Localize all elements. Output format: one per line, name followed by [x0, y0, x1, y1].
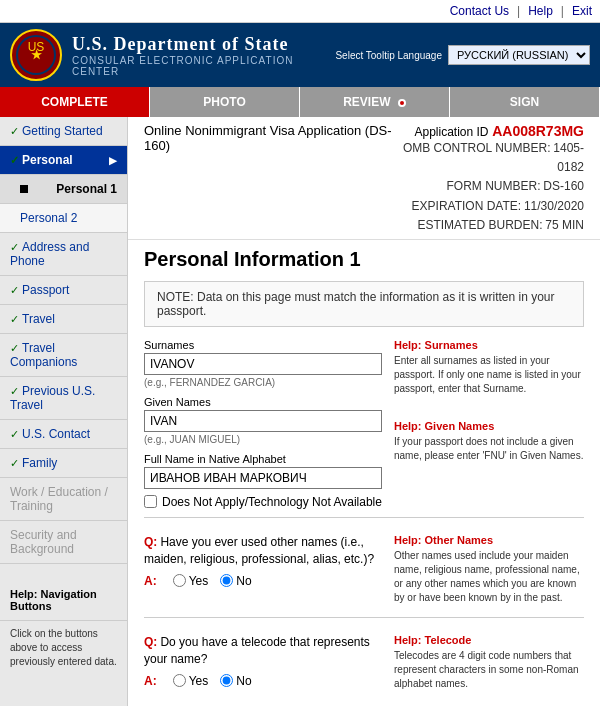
- other-names-help: Help: Other Names Other names used inclu…: [394, 534, 584, 605]
- sidebar-item-passport[interactable]: ✓Passport: [0, 276, 127, 305]
- telecode-question: Q: Do you have a telecode that represent…: [144, 634, 382, 668]
- separator1: |: [517, 4, 520, 18]
- given-names-example: (e.g., JUAN MIGUEL): [144, 434, 382, 445]
- other-names-section: Q: Have you ever used other names (i.e.,…: [144, 526, 584, 605]
- app-id-value: AA008R73MG: [492, 123, 584, 139]
- content-area: ✓Getting Started ✓Personal ▶ Personal 1 …: [0, 117, 600, 706]
- other-names-help-text: Other names used include your maiden nam…: [394, 549, 584, 605]
- page-title-area: Personal Information 1: [128, 240, 600, 275]
- sidebar-item-travel[interactable]: ✓Travel: [0, 305, 127, 334]
- note-text: NOTE: Data on this page must match the i…: [157, 290, 555, 318]
- surnames-example: (e.g., FERNANDEZ GARCIA): [144, 377, 382, 388]
- language-select[interactable]: РУССКИЙ (RUSSIAN): [448, 45, 590, 65]
- divider-1: [144, 517, 584, 518]
- sidebar-item-us-contact[interactable]: ✓U.S. Contact: [0, 420, 127, 449]
- surnames-help-text: Enter all surnames as listed in your pas…: [394, 354, 584, 396]
- sidebar-item-address-phone[interactable]: ✓Address and Phone: [0, 233, 127, 276]
- native-name-label: Full Name in Native Alphabet: [144, 453, 382, 465]
- svg-text:US: US: [28, 40, 45, 54]
- contact-us-link[interactable]: Contact Us: [450, 4, 509, 18]
- given-names-input[interactable]: [144, 410, 382, 432]
- app-title: Online Nonimmigrant Visa Application (DS…: [144, 123, 394, 153]
- q2-label: Q:: [144, 635, 157, 649]
- given-names-help-title: Help: Given Names: [394, 420, 584, 432]
- app-id-row: Application ID AA008R73MG: [394, 123, 584, 139]
- sidebar-item-prev-us-travel[interactable]: ✓Previous U.S. Travel: [0, 377, 127, 420]
- sidebar-item-travel-companions[interactable]: ✓Travel Companions: [0, 334, 127, 377]
- telecode-no[interactable]: No: [220, 674, 251, 688]
- surnames-help-title: Help: Surnames: [394, 339, 584, 351]
- personal-arrow: ▶: [109, 155, 117, 166]
- telecode-help: Help: Telecode Telecodes are 4 digit cod…: [394, 634, 584, 691]
- omb-info: OMB CONTROL NUMBER: 1405-0182 FORM NUMBE…: [394, 139, 584, 235]
- tab-review[interactable]: REVIEW: [300, 87, 450, 117]
- sidebar-item-getting-started[interactable]: ✓Getting Started: [0, 117, 127, 146]
- other-names-yes[interactable]: Yes: [173, 574, 209, 588]
- header-subtitle: Consular Electronic Application Center: [72, 55, 335, 77]
- not-apply-checkbox[interactable]: [144, 495, 157, 508]
- sidebar-help-title: Help: Navigation Buttons: [0, 580, 127, 621]
- a1-label: A:: [144, 574, 157, 588]
- telecode-answer: A: Yes No: [144, 674, 382, 688]
- header-title: U.S. Department of State: [72, 34, 335, 55]
- sidebar-item-personal-2[interactable]: Personal 2: [0, 204, 127, 233]
- not-apply-row: Does Not Apply/Technology Not Available: [144, 495, 382, 509]
- sidebar-item-work-edu: Work / Education / Training: [0, 478, 127, 521]
- divider-2: [144, 617, 584, 618]
- tab-sign[interactable]: SIGN: [450, 87, 600, 117]
- given-names-help: Help: Given Names If your passport does …: [394, 420, 584, 463]
- telecode-section: Q: Do you have a telecode that represent…: [144, 626, 584, 691]
- us-seal-icon: ★ US: [10, 29, 62, 81]
- not-apply-label: Does Not Apply/Technology Not Available: [162, 495, 382, 509]
- given-names-label: Given Names: [144, 396, 382, 408]
- sidebar-item-personal-1[interactable]: Personal 1: [0, 175, 127, 204]
- other-names-no[interactable]: No: [220, 574, 251, 588]
- sidebar-help-text: Click on the buttons above to access pre…: [0, 621, 127, 675]
- form-area: NOTE: Data on this page must match the i…: [128, 275, 600, 706]
- a2-label: A:: [144, 674, 157, 688]
- native-name-input[interactable]: [144, 467, 382, 489]
- other-names-answer: A: Yes No: [144, 574, 382, 588]
- sidebar-item-security: Security and Background: [0, 521, 127, 564]
- header: ★ US U.S. Department of State Consular E…: [0, 23, 600, 87]
- language-selector-area: Select Tooltip Language РУССКИЙ (RUSSIAN…: [335, 45, 590, 65]
- telecode-help-title: Help: Telecode: [394, 634, 584, 646]
- telecode-yes[interactable]: Yes: [173, 674, 209, 688]
- tab-photo[interactable]: PHOTO: [150, 87, 300, 117]
- review-dot: [398, 99, 406, 107]
- surnames-input[interactable]: [144, 353, 382, 375]
- sidebar-item-family[interactable]: ✓Family: [0, 449, 127, 478]
- select-lang-label: Select Tooltip Language: [335, 50, 442, 61]
- page-title: Personal Information 1: [144, 248, 361, 271]
- other-names-help-title: Help: Other Names: [394, 534, 584, 546]
- surnames-label: Surnames: [144, 339, 382, 351]
- telecode-help-text: Telecodes are 4 digit code numbers that …: [394, 649, 584, 691]
- native-name-group: Full Name in Native Alphabet Does Not Ap…: [144, 453, 382, 509]
- main-content: Online Nonimmigrant Visa Application (DS…: [128, 117, 600, 706]
- surnames-left: Surnames (e.g., FERNANDEZ GARCIA) Given …: [144, 339, 382, 509]
- other-names-question: Q: Have you ever used other names (i.e.,…: [144, 534, 382, 568]
- sidebar-item-personal[interactable]: ✓Personal ▶: [0, 146, 127, 175]
- telecode-left: Q: Do you have a telecode that represent…: [144, 634, 382, 691]
- sidebar-help-section: Help: Navigation Buttons Click on the bu…: [0, 580, 127, 675]
- exit-link[interactable]: Exit: [572, 4, 592, 18]
- given-names-group: Given Names (e.g., JUAN MIGUEL): [144, 396, 382, 445]
- q1-label: Q:: [144, 535, 157, 549]
- app-header: Online Nonimmigrant Visa Application (DS…: [128, 117, 600, 240]
- help-link[interactable]: Help: [528, 4, 553, 18]
- surnames-help: Help: Surnames Enter all surnames as lis…: [394, 339, 584, 509]
- sidebar: ✓Getting Started ✓Personal ▶ Personal 1 …: [0, 117, 128, 706]
- given-names-help-text: If your passport does not include a give…: [394, 435, 584, 463]
- note-box: NOTE: Data on this page must match the i…: [144, 281, 584, 327]
- other-names-left: Q: Have you ever used other names (i.e.,…: [144, 534, 382, 605]
- header-text: U.S. Department of State Consular Electr…: [72, 34, 335, 77]
- separator2: |: [561, 4, 564, 18]
- tab-complete[interactable]: COMPLETE: [0, 87, 150, 117]
- nav-tabs: COMPLETE PHOTO REVIEW SIGN: [0, 87, 600, 117]
- top-bar: Contact Us | Help | Exit: [0, 0, 600, 23]
- surnames-section: Surnames (e.g., FERNANDEZ GARCIA) Given …: [144, 339, 584, 509]
